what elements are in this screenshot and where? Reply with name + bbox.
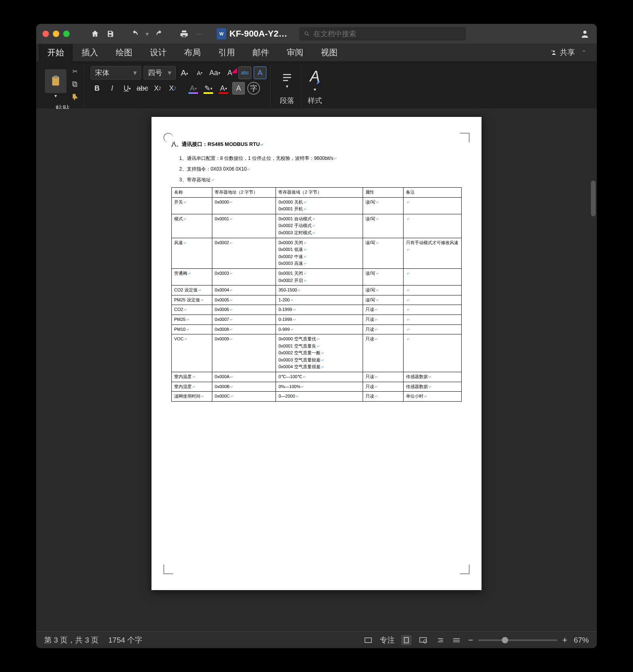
cut-icon[interactable]: ✂ xyxy=(70,66,80,76)
web-layout-icon[interactable] xyxy=(418,635,428,645)
draft-icon[interactable] xyxy=(451,635,462,645)
zoom-level[interactable]: 67% xyxy=(574,636,589,645)
enclose-char-icon[interactable]: 字 xyxy=(247,82,260,95)
subscript-button[interactable]: X2 xyxy=(151,82,164,95)
print-layout-icon[interactable] xyxy=(401,635,412,645)
tab-draw[interactable]: 绘图 xyxy=(107,44,141,61)
table-row: 模式↵0x0001↵0x0001 自动模式↵0x0002 手动模式↵0x0003… xyxy=(172,214,462,238)
grow-font-icon[interactable]: A▴ xyxy=(178,66,191,79)
ribbon-tabs: 开始 插入 绘图 设计 布局 引用 邮件 审阅 视图 + 共享 ⌃ xyxy=(36,44,597,61)
tab-mailings[interactable]: 邮件 xyxy=(244,44,278,61)
change-case-icon[interactable]: Aa▾ xyxy=(208,66,221,79)
document-title: W KF-900A-Y2… xyxy=(217,28,287,39)
svg-point-2 xyxy=(583,31,586,34)
svg-rect-8 xyxy=(74,83,77,86)
scroll-thumb[interactable] xyxy=(591,181,596,216)
clear-format-icon[interactable]: A◢ xyxy=(223,66,236,79)
table-row: PM25↵0x0007↵0-1999↵只读↵↵ xyxy=(172,315,462,324)
table-row: 室内湿度↵0x000B↵0%—100%↵只读↵传感器数据↵ xyxy=(172,382,462,392)
shrink-font-icon[interactable]: A▾ xyxy=(193,66,206,79)
font-name-select[interactable]: 宋体▾ xyxy=(91,66,141,80)
page: 八、通讯接口：RS485 MODBUS RTU↵ 1、通讯串口配置：8 位数据位… xyxy=(151,117,482,590)
crop-mark xyxy=(163,565,173,574)
format-painter-icon[interactable] xyxy=(70,91,80,102)
char-border-icon[interactable]: A xyxy=(254,66,266,79)
crop-mark xyxy=(460,565,470,574)
home-icon[interactable] xyxy=(89,28,101,39)
search-box[interactable] xyxy=(299,27,466,41)
paste-button[interactable] xyxy=(45,69,66,93)
redo-icon[interactable] xyxy=(154,28,165,39)
chevron-down-icon[interactable]: ▾ xyxy=(144,28,150,39)
tab-review[interactable]: 审阅 xyxy=(278,44,312,61)
char-shading-icon[interactable]: A xyxy=(232,82,245,95)
font-color-icon[interactable]: A▾ xyxy=(217,82,230,95)
print-icon[interactable] xyxy=(179,28,190,39)
copy-icon[interactable] xyxy=(70,79,80,89)
minimize-button[interactable] xyxy=(53,31,59,37)
table-row: PM25 设定值↵0x0005↵1-200↵读/写↵↵ xyxy=(172,295,462,305)
maximize-button[interactable] xyxy=(63,31,70,37)
highlight-icon[interactable]: ✎▾ xyxy=(202,82,215,95)
word-count[interactable]: 1754 个字 xyxy=(108,635,142,645)
search-input[interactable] xyxy=(313,30,462,38)
collapse-ribbon-icon[interactable]: ⌃ xyxy=(581,49,586,56)
svg-rect-7 xyxy=(73,82,76,85)
table-row: 滤网使用时间↵0x000C↵0—2000↵只读↵单位小时↵ xyxy=(172,392,462,402)
focus-label[interactable]: 专注 xyxy=(380,635,395,645)
table-row: VOC↵0x0009↵0x0000 空气质量优↵0x0001 空气质量良↵0x0… xyxy=(172,334,462,372)
tab-view[interactable]: 视图 xyxy=(312,44,346,61)
crop-mark xyxy=(163,133,173,142)
text-effects-icon[interactable]: A▾ xyxy=(187,82,200,95)
bold-button[interactable]: B xyxy=(91,82,103,95)
word-icon: W xyxy=(217,28,226,39)
zoom-in-button[interactable]: + xyxy=(562,635,567,645)
phonetic-guide-icon[interactable]: abc xyxy=(239,66,251,79)
font-size-select[interactable]: 四号▾ xyxy=(144,66,176,80)
save-icon[interactable] xyxy=(105,28,116,39)
undo-icon[interactable] xyxy=(129,28,140,39)
share-person-icon: + xyxy=(550,49,557,56)
vertical-scrollbar[interactable] xyxy=(590,109,597,631)
tab-layout[interactable]: 布局 xyxy=(175,44,210,61)
titlebar: ▾ ⋯ W KF-900A-Y2… xyxy=(36,24,597,44)
paragraph-icon[interactable]: ▾ xyxy=(277,68,297,92)
table-row: CO2 设定值↵0x0004↵350-1500↵读/写↵↵ xyxy=(172,286,462,295)
share-button[interactable]: + 共享 xyxy=(550,47,575,58)
tab-home[interactable]: 开始 xyxy=(39,44,73,61)
svg-rect-13 xyxy=(404,637,409,643)
close-button[interactable] xyxy=(43,31,49,37)
zoom-out-button[interactable]: − xyxy=(468,635,473,645)
doc-heading: 八、通讯接口：RS485 MODBUS RTU↵ xyxy=(171,141,462,148)
tab-design[interactable]: 设计 xyxy=(141,44,175,61)
table-row: 开关↵0x0000↵0x0000 关机↵0x0001 开机↵读/写↵↵ xyxy=(172,197,462,214)
styles-group: A ▾ 样式 xyxy=(304,64,326,107)
styles-button[interactable]: A ▾ xyxy=(310,68,320,92)
slider-thumb[interactable] xyxy=(502,637,508,643)
document-name: KF-900A-Y2… xyxy=(229,29,287,39)
statusbar: 第 3 页，共 3 页 1754 个字 专注 − + 67% xyxy=(36,631,597,648)
table-row: 室内温度↵0x000A↵0℃—100℃↵只读↵传感器数据↵ xyxy=(172,372,462,382)
tab-references[interactable]: 引用 xyxy=(210,44,244,61)
underline-button[interactable]: U▾ xyxy=(121,82,134,95)
qat-more-icon[interactable]: ⋯ xyxy=(194,28,205,39)
paragraph-label: 段落 xyxy=(280,94,294,105)
table-row: PM10↵0x0008↵0-999↵只读↵↵ xyxy=(172,324,462,334)
app-window: ▾ ⋯ W KF-900A-Y2… 开始 插入 绘图 设计 布局 引用 邮件 审… xyxy=(36,24,597,648)
outline-icon[interactable] xyxy=(435,635,445,645)
focus-mode-icon[interactable] xyxy=(363,635,373,645)
strikethrough-button[interactable]: abc xyxy=(136,82,149,95)
slider-track[interactable] xyxy=(478,639,557,641)
table-header-row: 名称 寄存器地址（2 字节） 寄存器值域（2 字节） 属性 备注 xyxy=(172,188,462,198)
svg-point-0 xyxy=(305,32,308,35)
italic-button[interactable]: I xyxy=(106,82,118,95)
superscript-button[interactable]: X2 xyxy=(166,82,179,95)
svg-text:+: + xyxy=(551,49,553,53)
clipboard-group: ▾ ✂ 粘贴 xyxy=(41,64,84,107)
tab-insert[interactable]: 插入 xyxy=(73,44,107,61)
account-icon[interactable] xyxy=(579,28,590,39)
document-area[interactable]: 八、通讯接口：RS485 MODBUS RTU↵ 1、通讯串口配置：8 位数据位… xyxy=(36,109,597,631)
page-indicator[interactable]: 第 3 页，共 3 页 xyxy=(44,635,99,645)
zoom-slider[interactable]: − + xyxy=(468,635,567,645)
svg-rect-6 xyxy=(54,76,58,78)
